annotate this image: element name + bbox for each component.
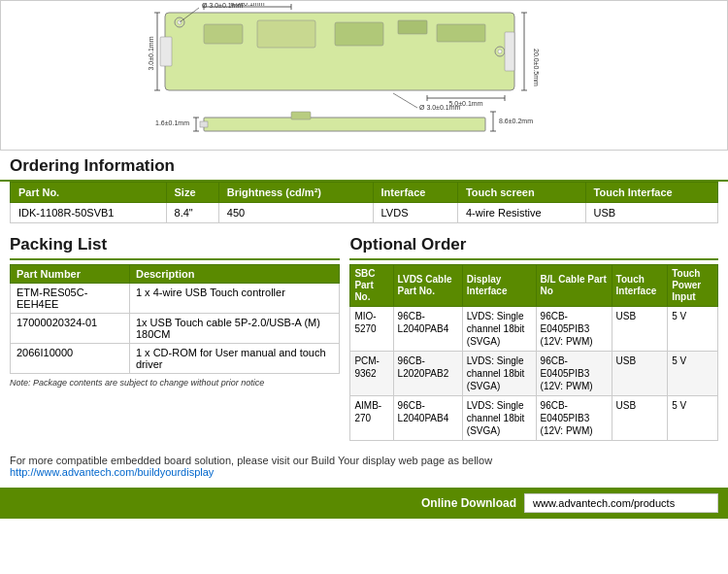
svg-point-10 — [498, 50, 502, 53]
ordering-brightness: 450 — [218, 203, 373, 223]
bottom-section: Packing List Part Number Description ETM… — [0, 223, 728, 447]
opt-bl-3: 96CB-E0405PIB3 (12V: PWM) — [536, 396, 612, 441]
packing-desc-3: 1 x CD-ROM for User manual and touch dri… — [129, 344, 339, 374]
col-part-no: Part No. — [11, 183, 167, 203]
packing-part-3: 2066I10000 — [11, 344, 130, 374]
opt-lvds-3: 96CB-L2040PAB4 — [393, 396, 462, 441]
ordering-interface: LVDS — [373, 203, 457, 223]
opt-touch-power-2: 5 V — [668, 352, 718, 396]
svg-rect-1 — [204, 24, 243, 44]
svg-text:20.0±0.5mm: 20.0±0.5mm — [533, 49, 540, 86]
packing-desc-2: 1x USB Touch cable 5P-2.0/USB-A (M) 180C… — [129, 314, 339, 344]
opt-lvds-1: 96CB-L2040PAB4 — [393, 307, 462, 352]
col-touch-interface: Touch Interface — [585, 183, 717, 203]
col-size: Size — [166, 183, 218, 203]
svg-rect-32 — [204, 118, 485, 131]
online-download-url: www.advantech.com/products — [524, 493, 718, 513]
opt-bl-1: 96CB-E0405PIB3 (12V: PWM) — [536, 307, 612, 352]
opt-display-1: LVDS: Single channel 18bit (SVGA) — [462, 307, 536, 352]
opt-col-display: Display Interface — [462, 265, 536, 307]
svg-text:8.6±0.2mm: 8.6±0.2mm — [499, 118, 533, 124]
packing-row-1: ETM-RES05C-EEH4EE 1 x 4-wire USB Touch c… — [11, 284, 340, 314]
svg-text:1.6±0.1mm: 1.6±0.1mm — [155, 119, 189, 126]
packing-row-3: 2066I10000 1 x CD-ROM for User manual an… — [11, 344, 340, 374]
opt-touch-power-1: 5 V — [668, 307, 718, 352]
opt-touch-iface-2: USB — [612, 352, 668, 396]
opt-sbc-2: PCM-9362 — [350, 352, 393, 396]
packing-header-row: Part Number Description — [11, 265, 340, 284]
packing-part-1: ETM-RES05C-EEH4EE — [11, 284, 130, 314]
ordering-section: Part No. Size Brightness (cd/m²) Interfa… — [0, 182, 728, 223]
opt-col-sbc: SBC Part No. — [350, 265, 393, 307]
packing-desc-1: 1 x 4-wire USB Touch controller — [129, 284, 339, 314]
footer-url[interactable]: http://www.advantech.com/buildyourdispla… — [10, 466, 214, 478]
optional-header-row: SBC Part No. LVDS Cable Part No. Display… — [350, 265, 718, 307]
svg-rect-5 — [437, 24, 485, 42]
col-touch-screen: Touch screen — [457, 183, 585, 203]
svg-rect-3 — [335, 22, 383, 46]
footer-text-section: For more compatible embedded board solut… — [0, 447, 728, 482]
packing-table: Part Number Description ETM-RES05C-EEH4E… — [10, 264, 340, 374]
svg-rect-34 — [200, 121, 208, 127]
opt-lvds-2: 96CB-L2020PAB2 — [393, 352, 462, 396]
online-download-label: Online Download — [421, 496, 516, 510]
opt-touch-power-3: 5 V — [668, 396, 718, 441]
opt-display-2: LVDS: Single channel 18bit (SVGA) — [462, 352, 536, 396]
optional-order-section: Optional Order SBC Part No. LVDS Cable P… — [349, 229, 718, 441]
packing-col-part: Part Number — [11, 265, 130, 284]
opt-col-touch-power: Touch Power Input — [668, 265, 718, 307]
optional-order-title: Optional Order — [349, 229, 718, 260]
packing-list-section: Packing List Part Number Description ETM… — [10, 229, 349, 441]
opt-bl-2: 96CB-E0405PIB3 (12V: PWM) — [536, 352, 612, 396]
opt-display-3: LVDS: Single channel 18bit (SVGA) — [462, 396, 536, 441]
optional-row-2: PCM-9362 96CB-L2020PAB2 LVDS: Single cha… — [350, 352, 718, 396]
svg-rect-2 — [257, 20, 315, 48]
svg-rect-4 — [398, 20, 427, 34]
packing-list-title: Packing List — [10, 229, 340, 260]
ordering-table: Part No. Size Brightness (cd/m²) Interfa… — [10, 182, 718, 223]
svg-text:5.0±0.1mm: 5.0±0.1mm — [449, 100, 483, 107]
col-brightness: Brightness (cd/m²) — [218, 183, 373, 203]
opt-sbc-1: MIO-5270 — [350, 307, 393, 352]
ordering-size: 8.4" — [166, 203, 218, 223]
online-download-bar: Online Download www.advantech.com/produc… — [0, 488, 728, 519]
opt-col-lvds: LVDS Cable Part No. — [393, 265, 462, 307]
footer-text: For more compatible embedded board solut… — [10, 455, 718, 466]
svg-rect-11 — [505, 32, 514, 71]
optional-row-1: MIO-5270 96CB-L2040PAB4 LVDS: Single cha… — [350, 307, 718, 352]
ordering-touch-interface: USB — [585, 203, 717, 223]
packing-col-desc: Description — [129, 265, 339, 284]
diagram-area: 8.0±0.1mm Ø 3.0±0.1mm 3.0±0.1mm 20.0±0.5… — [0, 0, 728, 151]
svg-text:3.0±0.1mm: 3.0±0.1mm — [148, 36, 154, 70]
col-interface: Interface — [373, 183, 457, 203]
packing-note: Note: Package contents are subject to ch… — [10, 378, 340, 388]
svg-text:Ø 3.0±0.1mm: Ø 3.0±0.1mm — [202, 3, 244, 9]
opt-touch-iface-1: USB — [612, 307, 668, 352]
packing-part-2: 17000020324-01 — [11, 314, 130, 344]
opt-col-touch-iface: Touch Interface — [612, 265, 668, 307]
opt-col-bl: B/L Cable Part No — [536, 265, 612, 307]
ordering-part-no: IDK-1108R-50SVB1 — [11, 203, 167, 223]
svg-rect-6 — [160, 37, 172, 66]
packing-row-2: 17000020324-01 1x USB Touch cable 5P-2.0… — [11, 314, 340, 344]
diagram-svg: 8.0±0.1mm Ø 3.0±0.1mm 3.0±0.1mm 20.0±0.5… — [10, 3, 718, 149]
ordering-info-header: Ordering Information — [0, 151, 728, 182]
ordering-table-header-row: Part No. Size Brightness (cd/m²) Interfa… — [11, 183, 718, 203]
opt-sbc-3: AIMB-270 — [350, 396, 393, 441]
ordering-table-row: IDK-1108R-50SVB1 8.4" 450 LVDS 4-wire Re… — [11, 203, 718, 223]
svg-line-26 — [393, 93, 417, 108]
svg-rect-33 — [291, 112, 311, 119]
ordering-touch-screen: 4-wire Resistive — [457, 203, 585, 223]
ordering-info-title: Ordering Information — [10, 156, 718, 176]
opt-touch-iface-3: USB — [612, 396, 668, 441]
optional-table: SBC Part No. LVDS Cable Part No. Display… — [349, 264, 718, 441]
optional-row-3: AIMB-270 96CB-L2040PAB4 LVDS: Single cha… — [350, 396, 718, 441]
